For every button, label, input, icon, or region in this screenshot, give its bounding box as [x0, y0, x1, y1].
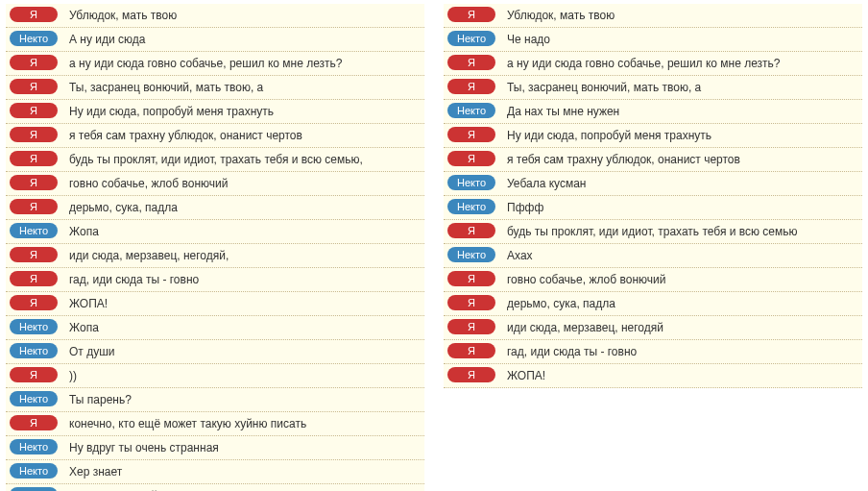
sender-badge-me: Я	[10, 199, 58, 214]
chat-message-row: ЯНу иди сюда, попробуй меня трахнуть	[6, 100, 424, 124]
sender-badge-other: Некто	[10, 223, 58, 238]
chat-message-row: НектоПффф	[444, 196, 862, 220]
chat-message-row: Яа ну иди сюда говно собачье, решил ко м…	[444, 52, 862, 76]
chat-message-text: я тебя сам трахну ублюдок, онанист черто…	[507, 150, 858, 168]
chat-message-text: гад, иди сюда ты - говно	[507, 342, 858, 360]
chat-message-text: Хер знает	[69, 462, 421, 480]
sender-badge-me: Я	[10, 247, 58, 262]
chat-message-row: Яя тебя сам трахну ублюдок, онанист черт…	[444, 148, 862, 172]
chat-message-row: НектоТы парень?	[6, 388, 424, 412]
chat-message-row: Ядерьмо, сука, падла	[6, 196, 424, 220]
chat-message-row: Я))	[6, 364, 424, 388]
chat-message-text: Ну вдруг ты очень странная	[69, 438, 421, 456]
chat-message-text: Ну ладно, давай тогда!)	[69, 486, 421, 491]
chat-message-row: НектоОт души	[6, 340, 424, 364]
chat-message-row: НектоУебала кусман	[444, 172, 862, 196]
chat-message-text: дерьмо, сука, падла	[507, 294, 858, 312]
chat-message-row: ЯНу иди сюда, попробуй меня трахнуть	[444, 124, 862, 148]
chat-column-right: ЯУблюдок, мать твоюНектоЧе надоЯа ну иди…	[444, 4, 862, 491]
chat-message-row: НектоНу ладно, давай тогда!)	[6, 484, 424, 491]
chat-message-text: Че надо	[507, 30, 858, 48]
chat-message-text: гад, иди сюда ты - говно	[69, 270, 421, 288]
chat-message-row: НектоНу вдруг ты очень странная	[6, 436, 424, 460]
chat-message-row: Ядерьмо, сука, падла	[444, 292, 862, 316]
sender-badge-other: Некто	[447, 175, 495, 190]
chat-message-text: я тебя сам трахну ублюдок, онанист черто…	[69, 126, 421, 144]
sender-badge-me: Я	[447, 79, 495, 94]
chat-message-text: говно собачье, жлоб вонючий	[69, 174, 421, 192]
chat-message-text: Да нах ты мне нужен	[507, 102, 858, 120]
chat-message-text: Ты, засранец вонючий, мать твою, а	[69, 78, 421, 96]
sender-badge-me: Я	[447, 151, 495, 166]
chat-message-text: А ну иди сюда	[69, 30, 421, 48]
chat-message-text: иди сюда, мерзавец, негодяй	[507, 318, 858, 336]
sender-badge-other: Некто	[10, 391, 58, 406]
chat-message-row: ЯУблюдок, мать твою	[6, 4, 424, 28]
chat-message-row: НектоЖопа	[6, 316, 424, 340]
chat-message-text: Ну иди сюда, попробуй меня трахнуть	[69, 102, 421, 120]
chat-message-text: Ты, засранец вонючий, мать твою, а	[507, 78, 858, 96]
chat-message-text: будь ты проклят, иди идиот, трахать тебя…	[507, 222, 858, 240]
chat-message-text: а ну иди сюда говно собачье, решил ко мн…	[69, 54, 421, 72]
sender-badge-me: Я	[447, 367, 495, 382]
chat-message-row: НектоА ну иди сюда	[6, 28, 424, 52]
sender-badge-other: Некто	[10, 343, 58, 358]
sender-badge-other: Некто	[10, 439, 58, 454]
chat-message-row: Яговно собачье, жлоб вонючий	[6, 172, 424, 196]
sender-badge-me: Я	[447, 223, 495, 238]
sender-badge-me: Я	[10, 175, 58, 190]
sender-badge-me: Я	[447, 7, 495, 22]
chat-message-row: Ябудь ты проклят, иди идиот, трахать теб…	[6, 148, 424, 172]
sender-badge-other: Некто	[447, 247, 495, 262]
chat-message-row: Ягад, иди сюда ты - говно	[444, 340, 862, 364]
chat-message-row: Ябудь ты проклят, иди идиот, трахать теб…	[444, 220, 862, 244]
chat-message-row: ЯТы, засранец вонючий, мать твою, а	[6, 76, 424, 100]
sender-badge-me: Я	[10, 7, 58, 22]
chat-message-text: Пффф	[507, 198, 858, 216]
chat-message-row: Яконечно, кто ещё может такую хуйню писа…	[6, 412, 424, 436]
chat-message-text: ЖОПА!	[69, 294, 421, 312]
chat-message-row: ЯЖОПА!	[6, 292, 424, 316]
chat-message-text: От души	[69, 342, 421, 360]
sender-badge-other: Некто	[447, 199, 495, 214]
sender-badge-me: Я	[10, 79, 58, 94]
chat-message-text: конечно, кто ещё может такую хуйню писат…	[69, 414, 421, 432]
sender-badge-me: Я	[447, 55, 495, 70]
chat-message-text: Ты парень?	[69, 390, 421, 408]
chat-message-text: Ахах	[507, 246, 858, 264]
chat-message-text: говно собачье, жлоб вонючий	[507, 270, 858, 288]
chat-message-row: ЯУблюдок, мать твою	[444, 4, 862, 28]
sender-badge-me: Я	[447, 319, 495, 334]
sender-badge-me: Я	[10, 367, 58, 382]
sender-badge-me: Я	[447, 295, 495, 310]
chat-message-row: НектоДа нах ты мне нужен	[444, 100, 862, 124]
sender-badge-me: Я	[10, 295, 58, 310]
sender-badge-other: Некто	[10, 319, 58, 334]
chat-message-row: НектоАхах	[444, 244, 862, 268]
sender-badge-me: Я	[447, 343, 495, 358]
chat-message-row: НектоЧе надо	[444, 28, 862, 52]
chat-message-text: иди сюда, мерзавец, негодяй,	[69, 246, 421, 264]
chat-message-row: НектоЖопа	[6, 220, 424, 244]
chat-message-row: Ягад, иди сюда ты - говно	[6, 268, 424, 292]
chat-message-text: Ну иди сюда, попробуй меня трахнуть	[507, 126, 858, 144]
sender-badge-other: Некто	[447, 103, 495, 118]
sender-badge-me: Я	[10, 271, 58, 286]
sender-badge-me: Я	[10, 151, 58, 166]
sender-badge-other: Некто	[10, 463, 58, 479]
sender-badge-other: Некто	[447, 31, 495, 46]
sender-badge-me: Я	[10, 103, 58, 118]
chat-message-text: дерьмо, сука, падла	[69, 198, 421, 216]
chat-message-text: Ублюдок, мать твою	[69, 6, 421, 24]
chat-message-text: Жопа	[69, 222, 421, 240]
chat-message-row: Яиди сюда, мерзавец, негодяй,	[6, 244, 424, 268]
sender-badge-me: Я	[10, 55, 58, 70]
chat-message-row: Яа ну иди сюда говно собачье, решил ко м…	[6, 52, 424, 76]
chat-message-text: ЖОПА!	[507, 366, 858, 384]
chat-message-row: ЯЖОПА!	[444, 364, 862, 388]
sender-badge-other: Некто	[10, 31, 58, 46]
chat-message-row: Яиди сюда, мерзавец, негодяй	[444, 316, 862, 340]
chat-message-text: Ублюдок, мать твою	[507, 6, 858, 24]
chat-column-left: ЯУблюдок, мать твоюНектоА ну иди сюдаЯа …	[6, 4, 424, 491]
sender-badge-me: Я	[10, 415, 58, 430]
